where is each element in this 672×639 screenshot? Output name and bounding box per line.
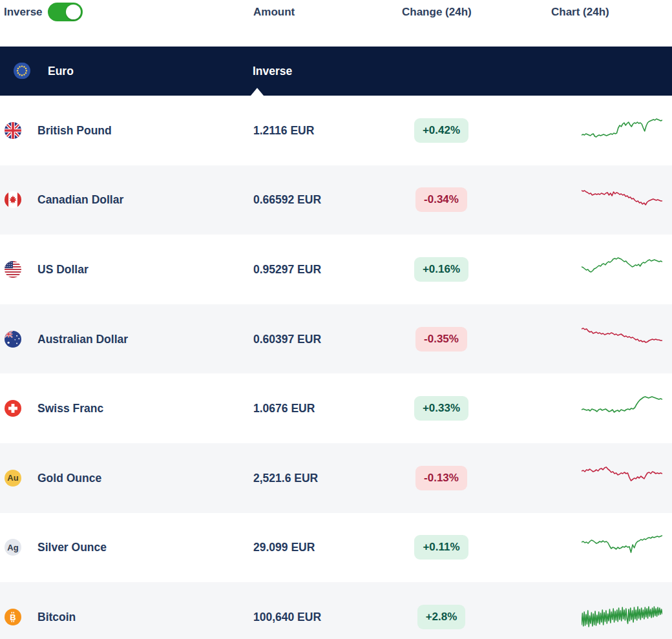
currency-name: Gold Ounce xyxy=(37,471,101,485)
table-row[interactable]: US Dollar 0.95297 EUR +0.16% xyxy=(0,235,672,304)
ca-currency-icon xyxy=(5,191,21,208)
table-row[interactable]: British Pound 1.2116 EUR +0.42% xyxy=(0,96,672,165)
amount-value: 0.60397 EUR xyxy=(253,332,321,346)
amount-value: 0.95297 EUR xyxy=(253,262,321,276)
base-mode-label: Inverse xyxy=(253,65,292,78)
base-currency-name: Euro xyxy=(48,65,74,78)
au-currency-icon xyxy=(5,331,21,348)
table-row[interactable]: Australian Dollar 0.60397 EUR -0.35% xyxy=(0,304,672,374)
gb-currency-icon xyxy=(5,122,21,139)
ch-currency-icon xyxy=(5,400,21,417)
table-row[interactable]: B Bitcoin 100,640 EUR +2.8% xyxy=(0,582,672,639)
currency-table: British Pound 1.2116 EUR +0.42% Canadian… xyxy=(0,96,672,639)
amount-value: 29.099 EUR xyxy=(253,541,315,554)
xag-currency-icon: Ag xyxy=(5,539,21,556)
inverse-toggle[interactable] xyxy=(48,3,83,21)
column-header-amount: Amount xyxy=(253,6,295,19)
xau-currency-icon: Au xyxy=(5,470,21,487)
eu-flag-icon xyxy=(14,63,31,80)
currency-name: Swiss Franc xyxy=(37,402,103,415)
change-badge: +0.33% xyxy=(414,396,468,421)
sparkline-chart xyxy=(582,529,662,565)
caret-up-icon xyxy=(251,88,264,96)
sparkline-chart xyxy=(582,599,662,635)
table-row[interactable]: Canadian Dollar 0.66592 EUR -0.34% xyxy=(0,165,672,235)
change-badge: -0.13% xyxy=(415,466,467,490)
change-badge: +2.8% xyxy=(417,605,466,629)
table-row[interactable]: Au Gold Ounce 2,521.6 EUR -0.13% xyxy=(0,443,672,513)
table-row[interactable]: Ag Silver Ounce 29.099 EUR +0.11% xyxy=(0,513,672,583)
amount-value: 2,521.6 EUR xyxy=(253,471,318,485)
amount-value: 100,640 EUR xyxy=(253,610,321,623)
sparkline-chart xyxy=(582,251,662,288)
sparkline-chart xyxy=(582,321,662,357)
currency-name: Silver Ounce xyxy=(37,541,107,554)
column-header-change: Change (24h) xyxy=(402,6,472,19)
amount-value: 1.2116 EUR xyxy=(253,123,314,137)
sparkline-chart xyxy=(582,112,662,149)
table-controls-header: Inverse Amount Change (24h) Chart (24h) xyxy=(0,0,672,47)
svg-text:B: B xyxy=(10,613,16,622)
change-badge: +0.11% xyxy=(414,535,468,560)
amount-value: 0.66592 EUR xyxy=(253,193,321,207)
currency-name: Australian Dollar xyxy=(37,332,128,346)
sparkline-chart xyxy=(582,182,662,218)
amount-value: 1.0676 EUR xyxy=(253,402,315,415)
currency-name: Canadian Dollar xyxy=(37,193,123,207)
toggle-knob xyxy=(66,5,81,19)
change-badge: +0.16% xyxy=(414,257,468,282)
change-badge: -0.35% xyxy=(415,327,467,351)
btc-currency-icon: B xyxy=(5,609,21,625)
us-currency-icon xyxy=(5,261,21,278)
table-row[interactable]: Swiss Franc 1.0676 EUR +0.33% xyxy=(0,373,672,443)
currency-name: US Dollar xyxy=(37,262,89,276)
sparkline-chart xyxy=(582,390,662,426)
change-badge: -0.34% xyxy=(415,187,467,212)
sparkline-chart xyxy=(582,460,662,496)
currency-name: British Pound xyxy=(37,123,112,137)
currency-name: Bitcoin xyxy=(37,610,76,623)
inverse-toggle-label: Inverse xyxy=(4,6,43,19)
column-header-chart: Chart (24h) xyxy=(551,6,609,19)
change-badge: +0.42% xyxy=(414,118,468,143)
base-currency-row[interactable]: Euro Inverse xyxy=(0,47,672,96)
